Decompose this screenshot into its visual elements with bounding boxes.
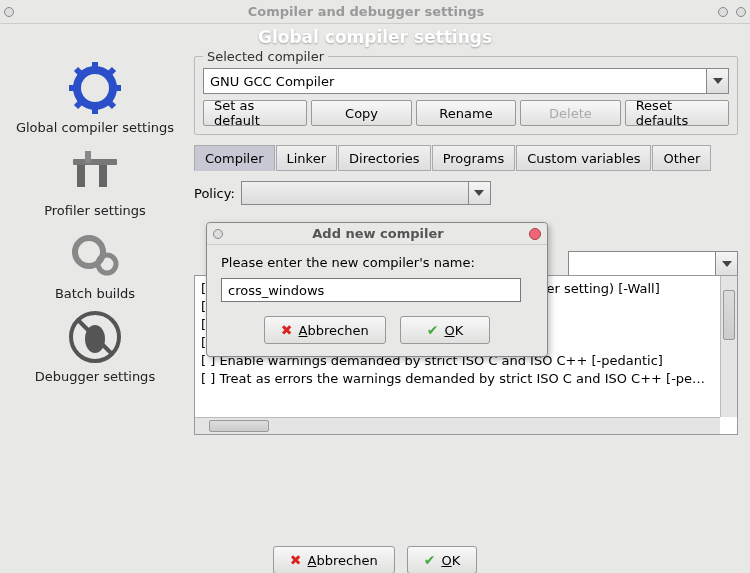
main-ok-button[interactable]: ✔ OK — [407, 546, 478, 573]
modal-menu-icon[interactable] — [213, 229, 223, 239]
compiler-select[interactable]: GNU GCC Compiler — [203, 68, 729, 94]
ok-icon: ✔ — [427, 322, 439, 338]
compiler-select-value: GNU GCC Compiler — [210, 74, 334, 89]
horizontal-scrollbar[interactable] — [195, 417, 720, 434]
reset-defaults-button[interactable]: Reset defaults — [625, 100, 729, 126]
delete-button: Delete — [520, 100, 620, 126]
page-subtitle: Global compiler settings — [0, 24, 750, 52]
sidebar-item-global-compiler[interactable]: Global compiler settings — [8, 56, 182, 137]
secondary-select[interactable] — [568, 251, 738, 277]
modal-cancel-button[interactable]: ✖ Abbrechen — [264, 316, 386, 344]
compiler-name-input[interactable] — [221, 278, 521, 302]
tab-programs[interactable]: Programs — [432, 145, 516, 171]
add-compiler-dialog: Add new compiler Please enter the new co… — [206, 222, 548, 357]
tab-directories[interactable]: Directories — [338, 145, 431, 171]
sidebar-item-label: Profiler settings — [44, 203, 146, 218]
window-title: Compiler and debugger settings — [18, 4, 714, 19]
tab-other[interactable]: Other — [652, 145, 711, 171]
list-item[interactable]: [ ] Treat as errors the warnings demande… — [201, 370, 731, 388]
window-minimize-icon[interactable] — [718, 7, 728, 17]
svg-line-7 — [108, 69, 114, 75]
sidebar-item-profiler[interactable]: Profiler settings — [8, 139, 182, 220]
modal-ok-button[interactable]: ✔ OK — [400, 316, 491, 344]
window-close-icon[interactable] — [736, 7, 746, 17]
svg-line-8 — [76, 101, 82, 107]
svg-line-6 — [108, 101, 114, 107]
svg-point-9 — [87, 80, 103, 96]
window-menu-icon[interactable] — [4, 7, 14, 17]
no-bug-icon — [65, 307, 125, 367]
dropdown-icon[interactable] — [715, 252, 737, 276]
modal-title: Add new compiler — [227, 226, 529, 241]
cancel-label: bbrechen — [316, 553, 377, 568]
gear-icon — [65, 58, 125, 118]
rename-button[interactable]: Rename — [416, 100, 516, 126]
dropdown-icon[interactable] — [706, 69, 728, 93]
copy-button[interactable]: Copy — [311, 100, 411, 126]
svg-rect-10 — [73, 159, 117, 165]
main-cancel-button[interactable]: ✖ Abbrechen — [273, 546, 395, 573]
sidebar-item-label: Global compiler settings — [16, 120, 174, 135]
dropdown-icon[interactable] — [468, 182, 490, 204]
gears-icon — [65, 224, 125, 284]
svg-rect-11 — [77, 165, 85, 187]
tab-custom-variables[interactable]: Custom variables — [516, 145, 651, 171]
caliper-icon — [65, 141, 125, 201]
sidebar-item-batch-builds[interactable]: Batch builds — [8, 222, 182, 303]
ok-label: K — [452, 553, 461, 568]
tab-compiler[interactable]: Compiler — [194, 145, 275, 171]
sidebar-item-label: Batch builds — [55, 286, 135, 301]
tab-linker[interactable]: Linker — [276, 145, 338, 171]
svg-rect-12 — [99, 165, 107, 187]
sidebar-item-label: Debugger settings — [35, 369, 155, 384]
policy-label: Policy: — [194, 186, 235, 201]
sidebar: Global compiler settings Profiler settin… — [0, 52, 190, 532]
tab-bar: Compiler Linker Directories Programs Cus… — [194, 145, 738, 171]
sidebar-item-debugger[interactable]: Debugger settings — [8, 305, 182, 386]
policy-select[interactable] — [241, 181, 491, 205]
window-titlebar: Compiler and debugger settings — [0, 0, 750, 24]
set-default-button[interactable]: Set as default — [203, 100, 307, 126]
cancel-icon: ✖ — [290, 552, 302, 568]
selected-compiler-legend: Selected compiler — [203, 49, 328, 64]
svg-line-5 — [76, 69, 82, 75]
cancel-icon: ✖ — [281, 322, 293, 338]
vertical-scrollbar[interactable] — [720, 276, 737, 417]
modal-prompt: Please enter the new compiler's name: — [221, 255, 533, 270]
selected-compiler-group: Selected compiler GNU GCC Compiler Set a… — [194, 56, 738, 135]
modal-titlebar: Add new compiler — [207, 223, 547, 245]
modal-close-icon[interactable] — [529, 228, 541, 240]
svg-rect-13 — [85, 151, 91, 163]
dialog-footer: ✖ Abbrechen ✔ OK — [0, 532, 750, 573]
ok-icon: ✔ — [424, 552, 436, 568]
